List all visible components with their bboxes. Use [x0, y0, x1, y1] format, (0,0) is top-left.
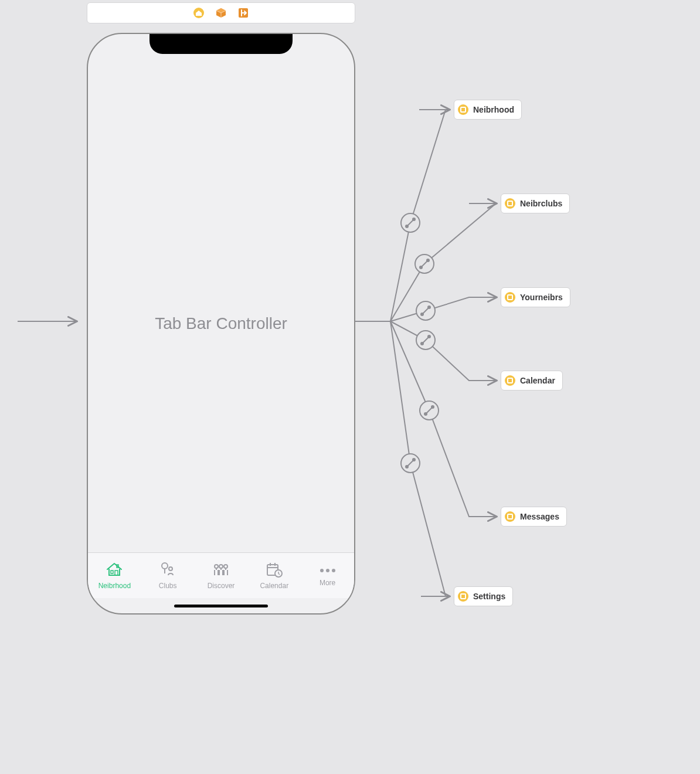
svg-point-41 [424, 412, 427, 416]
svg-point-10 [224, 565, 227, 568]
tab-bar: Neibrhood Clubs [88, 552, 354, 598]
svg-point-8 [215, 565, 218, 568]
people-icon [212, 561, 230, 579]
tree-people-icon [158, 561, 177, 579]
chip-label: Yourneibrs [520, 293, 563, 302]
svg-point-22 [412, 218, 416, 221]
svg-point-26 [419, 266, 423, 269]
destination-settings[interactable]: Settings [454, 586, 513, 606]
tab-neibrhood[interactable]: Neibrhood [88, 553, 141, 598]
viewcontroller-icon [505, 511, 515, 522]
exit-icon[interactable] [238, 8, 249, 18]
tab-label: Neibrhood [98, 582, 131, 590]
svg-line-25 [421, 260, 428, 267]
house-icon [105, 561, 124, 579]
tab-more[interactable]: More [301, 553, 354, 598]
destination-yourneibrs[interactable]: Yourneibrs [501, 287, 570, 307]
tab-discover[interactable]: Discover [195, 553, 248, 598]
svg-line-30 [422, 307, 429, 314]
chip-label: Settings [473, 592, 505, 601]
viewcontroller-icon [458, 591, 468, 602]
tab-label: Calendar [260, 582, 288, 590]
more-icon [320, 569, 335, 572]
calendar-clock-icon [265, 561, 284, 579]
svg-point-9 [219, 565, 223, 568]
destination-messages[interactable]: Messages [501, 507, 567, 527]
house-circle-icon[interactable] [193, 8, 204, 18]
home-indicator [174, 605, 268, 607]
tab-label: Discover [208, 582, 235, 590]
svg-line-45 [407, 460, 414, 467]
svg-point-21 [405, 225, 409, 228]
destination-neibrclubs[interactable]: Neibrclubs [501, 193, 570, 213]
viewcontroller-icon [505, 198, 515, 209]
svg-point-32 [427, 305, 431, 309]
viewcontroller-icon [505, 375, 515, 386]
svg-point-34 [416, 331, 435, 349]
svg-point-19 [401, 213, 420, 232]
svg-point-27 [426, 259, 430, 262]
scene-toolbar [87, 2, 355, 23]
svg-line-20 [407, 219, 414, 226]
chip-label: Messages [520, 512, 559, 521]
tab-clubs[interactable]: Clubs [141, 553, 195, 598]
svg-rect-6 [164, 569, 165, 573]
tab-calendar[interactable]: Calendar [247, 553, 301, 598]
svg-point-7 [169, 567, 172, 571]
tab-label: Clubs [159, 582, 177, 590]
svg-point-37 [427, 335, 431, 338]
svg-rect-3 [115, 571, 118, 575]
phone-frame: Tab Bar Controller Neibrhood [87, 33, 355, 615]
svg-point-31 [420, 313, 424, 316]
svg-rect-2 [111, 571, 113, 573]
viewcontroller-icon [458, 104, 468, 115]
svg-point-44 [401, 454, 420, 473]
chip-label: Calendar [520, 376, 555, 385]
chip-label: Neibrhood [473, 105, 514, 114]
destination-neibrhood[interactable]: Neibrhood [454, 100, 522, 120]
svg-point-46 [405, 465, 409, 469]
svg-point-24 [415, 254, 434, 273]
tab-label: More [320, 579, 335, 587]
svg-point-47 [412, 458, 416, 461]
svg-line-35 [422, 337, 429, 344]
svg-point-36 [420, 342, 424, 345]
svg-point-29 [416, 301, 435, 320]
svg-line-40 [426, 407, 433, 414]
scene-title: Tab Bar Controller [88, 34, 354, 613]
destination-calendar[interactable]: Calendar [501, 371, 563, 391]
viewcontroller-icon [505, 292, 515, 303]
cube-icon[interactable] [216, 8, 226, 18]
svg-point-5 [162, 563, 168, 569]
chip-label: Neibrclubs [520, 199, 562, 208]
svg-point-42 [431, 405, 434, 409]
svg-point-39 [420, 401, 439, 420]
